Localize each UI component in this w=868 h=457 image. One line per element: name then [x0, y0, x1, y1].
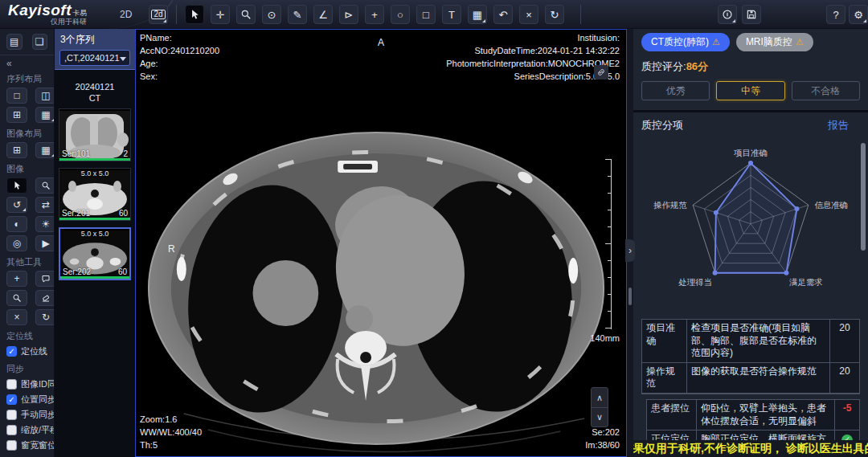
qc-radar-chart: 项目准确信息准确满足需求处理得当操作规范: [641, 134, 860, 308]
magnify-region-tool[interactable]: [6, 290, 27, 306]
flip-tool[interactable]: ⇄: [35, 197, 55, 213]
qc-panel-scrollbar[interactable]: [861, 143, 866, 251]
reset-tool[interactable]: ↻: [545, 5, 564, 24]
qc-score-table: 项目准确检查项目是否准确(项目如脑部、胸部、腹部是否在标准的范围内容)20操作规…: [641, 319, 860, 394]
cursor-tool[interactable]: [185, 5, 204, 24]
pan-tool[interactable]: ✛: [211, 5, 230, 24]
thumb-image-count: 60: [119, 209, 128, 218]
qc-item-score: 20: [830, 320, 859, 363]
probe-tool[interactable]: +: [365, 5, 384, 24]
section-title: 图像: [0, 159, 54, 177]
annotation-tool[interactable]: [35, 271, 55, 287]
invert-tool[interactable]: ◐: [6, 216, 27, 232]
tool-sections: 序列布局□◫⊞▦图像布局⊞▦图像↺⇄◐☀◎▶其他工具+×↻: [0, 69, 54, 326]
series-layout-3x3[interactable]: ▦: [35, 107, 55, 123]
rating-fail-button[interactable]: 不合格: [792, 81, 860, 100]
help-button[interactable]: ?: [826, 5, 845, 24]
ellipse-tool[interactable]: ○: [391, 5, 410, 24]
step-down-button[interactable]: ∨: [592, 407, 608, 426]
tool-grid: +×↻: [0, 270, 54, 326]
series-thumbnail-101[interactable]: Ser:1012: [59, 108, 131, 161]
checkbox-label: 窗宽窗位: [21, 439, 55, 451]
window-preset-tool[interactable]: ◎: [6, 235, 27, 251]
research-note: 仅用于科研: [8, 18, 87, 26]
series-list: 20240121 CT Ser:1012 5.0 x 5.0 Ser:20160: [55, 70, 135, 457]
checkbox[interactable]: [6, 410, 17, 420]
add-tool[interactable]: +: [6, 271, 27, 287]
undo-tool[interactable]: ↶: [493, 5, 513, 24]
qc-tabs: CT质控(肺部) ⚠ MRI脑质控 ⚠: [641, 33, 860, 51]
eraser-tool[interactable]: [35, 290, 55, 306]
report-panel-button[interactable]: ❏: [32, 34, 48, 50]
rating-medium-button[interactable]: 中等: [716, 81, 784, 100]
tab-mri-qc[interactable]: MRI脑质控 ⚠: [736, 33, 813, 51]
series-list-button[interactable]: ▤: [6, 34, 23, 50]
ruler-tool[interactable]: ✎: [288, 5, 307, 24]
text-tool[interactable]: T: [442, 5, 461, 24]
qc-rating-buttons: 优秀 中等 不合格: [641, 81, 860, 100]
mode-2d-button[interactable]: 2d: [149, 5, 168, 24]
tool-grid: ↺⇄◐☀◎▶: [0, 177, 54, 252]
thumb-series-number: Ser:202: [63, 267, 91, 276]
cobb-angle-tool[interactable]: ⊳: [339, 5, 358, 24]
image-viewport[interactable]: PName:AccNO:2401210200 Age:Sex: A R Inst…: [135, 29, 627, 457]
checkbox[interactable]: [6, 440, 17, 451]
collapse-panel-button[interactable]: «: [0, 55, 54, 69]
scale-ruler-label: 140mm: [590, 333, 620, 343]
study-select[interactable]: ,CT,20240121: [59, 50, 130, 66]
series-thumbnail-201[interactable]: 5.0 x 5.0 Ser:20160: [59, 168, 131, 221]
step-up-button[interactable]: ∧: [592, 388, 608, 407]
image-layout-3x3[interactable]: ▦: [35, 142, 55, 158]
series-layout-1x1[interactable]: □: [6, 88, 27, 104]
series-layout-1x2[interactable]: ◫: [35, 88, 55, 104]
rect-tool[interactable]: □: [416, 5, 436, 24]
loaded-progress-bar: [59, 158, 130, 161]
thumb-size-label: 5.0 x 5.0: [60, 230, 129, 238]
series-thumbnail-202[interactable]: 5.0 x 5.0 Ser:20260: [59, 227, 131, 280]
link-sync-button[interactable]: [594, 65, 608, 80]
expand-panel-button[interactable]: ›: [625, 239, 635, 262]
grid-layout-tool[interactable]: ▦: [468, 5, 487, 24]
checkbox[interactable]: ✓: [6, 394, 17, 405]
sync-checkboxes: 图像ID同步✓位置同步手动同步缩放/平移窗宽窗位: [0, 377, 54, 453]
angle-tool[interactable]: ∠: [313, 5, 333, 24]
delete-all-tool[interactable]: ×: [6, 309, 27, 325]
section-title: 图像布局: [0, 124, 54, 141]
eraser-icon: [41, 293, 51, 303]
tab-ct-qc[interactable]: CT质控(肺部) ⚠: [641, 33, 730, 51]
qc-subitem-desc: 仰卧位，双臂上举抱头，患者体位摆放合适，无明显偏斜: [697, 400, 835, 430]
checkbox[interactable]: [6, 425, 17, 435]
top-toolbar: Kayisoft卡易 仅用于科研 2D 2d✛⊙✎∠⊳+○□T▦↶×↻ ?⚙: [0, 0, 868, 29]
save-button[interactable]: [742, 5, 761, 24]
qc-items-title: 质控分项: [641, 118, 683, 133]
rating-excellent-button[interactable]: 优秀: [641, 81, 710, 100]
series-panel-header: 3个序列 ,CT,20240121: [55, 29, 135, 70]
cursor-tool[interactable]: [6, 177, 27, 194]
loaded-progress-bar: [60, 276, 129, 279]
series-panel: 3个序列 ,CT,20240121 20240121 CT Ser:1012: [55, 29, 135, 457]
reset-view-tool[interactable]: ↻: [35, 309, 55, 325]
rotate-tool[interactable]: ↺: [6, 197, 27, 213]
cine-play-tool[interactable]: ▶: [35, 235, 55, 251]
brightness-tool[interactable]: ☀: [35, 216, 55, 232]
zoom-tool[interactable]: [236, 5, 256, 24]
series-layout-1x1-icon: □: [14, 91, 19, 100]
window-level-tool[interactable]: ⊙: [262, 5, 281, 24]
delete-tool[interactable]: ×: [519, 5, 538, 24]
ct-axial-image: [136, 30, 626, 456]
search-icon: [41, 181, 51, 190]
series-layout-2x2[interactable]: ⊞: [6, 107, 27, 123]
search-tool[interactable]: [35, 177, 55, 194]
study-modality: CT: [55, 92, 135, 104]
divider-scrollbar[interactable]: [628, 288, 632, 305]
checkbox[interactable]: [6, 379, 17, 390]
window-preset-icon: ◎: [13, 239, 21, 248]
settings-button[interactable]: ⚙: [849, 5, 868, 24]
help-icon: ?: [833, 10, 838, 20]
warning-icon: ⚠: [796, 37, 804, 47]
report-info-button[interactable]: [718, 5, 737, 24]
checkbox-row: 图像ID同步: [0, 377, 54, 392]
checkbox[interactable]: ✓: [6, 346, 17, 357]
report-link[interactable]: 报告: [828, 118, 849, 133]
image-layout-2x2[interactable]: ⊞: [6, 142, 27, 158]
